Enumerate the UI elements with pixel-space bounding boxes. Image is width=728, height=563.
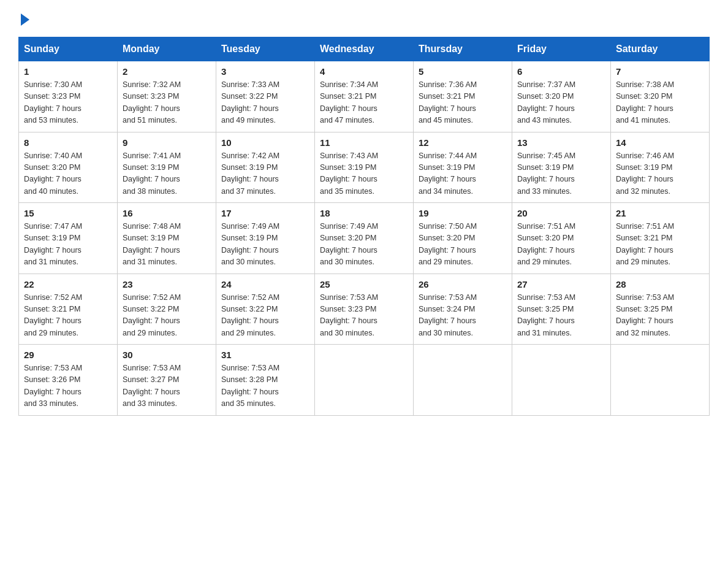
day-info: Sunrise: 7:53 AMSunset: 3:24 PMDaylight:… <box>419 292 507 340</box>
day-number: 10 <box>221 137 309 148</box>
day-number: 19 <box>419 208 507 218</box>
day-info: Sunrise: 7:38 AMSunset: 3:20 PMDaylight:… <box>616 79 704 127</box>
calendar-cell: 4 Sunrise: 7:34 AMSunset: 3:21 PMDayligh… <box>315 61 414 132</box>
logo-arrow-icon <box>21 13 29 26</box>
calendar-cell: 10 Sunrise: 7:42 AMSunset: 3:19 PMDaylig… <box>216 132 315 203</box>
calendar-cell: 14 Sunrise: 7:46 AMSunset: 3:19 PMDaylig… <box>611 132 710 203</box>
calendar-cell: 23 Sunrise: 7:52 AMSunset: 3:22 PMDaylig… <box>118 274 216 345</box>
calendar-cell: 6 Sunrise: 7:37 AMSunset: 3:20 PMDayligh… <box>512 61 611 132</box>
calendar-week-row: 1 Sunrise: 7:30 AMSunset: 3:23 PMDayligh… <box>19 61 710 132</box>
day-number: 13 <box>517 137 605 148</box>
day-info: Sunrise: 7:36 AMSunset: 3:21 PMDaylight:… <box>419 79 507 127</box>
day-number: 24 <box>221 279 309 289</box>
calendar-week-row: 29 Sunrise: 7:53 AMSunset: 3:26 PMDaylig… <box>19 345 710 416</box>
calendar-cell: 18 Sunrise: 7:49 AMSunset: 3:20 PMDaylig… <box>315 203 414 274</box>
logo <box>18 12 33 26</box>
calendar-cell: 30 Sunrise: 7:53 AMSunset: 3:27 PMDaylig… <box>118 345 216 416</box>
day-info: Sunrise: 7:47 AMSunset: 3:19 PMDaylight:… <box>24 221 112 269</box>
calendar-cell: 8 Sunrise: 7:40 AMSunset: 3:20 PMDayligh… <box>19 132 118 203</box>
day-info: Sunrise: 7:33 AMSunset: 3:22 PMDaylight:… <box>221 79 309 127</box>
calendar-cell <box>414 345 512 416</box>
calendar-cell: 7 Sunrise: 7:38 AMSunset: 3:20 PMDayligh… <box>611 61 710 132</box>
day-number: 5 <box>419 66 507 77</box>
day-number: 8 <box>24 137 112 148</box>
day-info: Sunrise: 7:32 AMSunset: 3:23 PMDaylight:… <box>123 79 211 127</box>
day-info: Sunrise: 7:30 AMSunset: 3:23 PMDaylight:… <box>24 79 112 127</box>
day-info: Sunrise: 7:53 AMSunset: 3:27 PMDaylight:… <box>123 362 211 410</box>
calendar-table: SundayMondayTuesdayWednesdayThursdayFrid… <box>18 37 710 416</box>
calendar-cell: 16 Sunrise: 7:48 AMSunset: 3:19 PMDaylig… <box>118 203 216 274</box>
day-info: Sunrise: 7:43 AMSunset: 3:19 PMDaylight:… <box>320 150 408 198</box>
calendar-cell <box>611 345 710 416</box>
calendar-cell: 13 Sunrise: 7:45 AMSunset: 3:19 PMDaylig… <box>512 132 611 203</box>
day-number: 20 <box>517 208 605 218</box>
day-info: Sunrise: 7:53 AMSunset: 3:28 PMDaylight:… <box>221 362 309 410</box>
day-number: 25 <box>320 279 408 289</box>
header-wednesday: Wednesday <box>315 37 414 61</box>
day-number: 11 <box>320 137 408 148</box>
calendar-cell: 12 Sunrise: 7:44 AMSunset: 3:19 PMDaylig… <box>414 132 512 203</box>
calendar-cell: 5 Sunrise: 7:36 AMSunset: 3:21 PMDayligh… <box>414 61 512 132</box>
day-number: 3 <box>221 66 309 77</box>
day-number: 31 <box>221 350 309 360</box>
day-info: Sunrise: 7:42 AMSunset: 3:19 PMDaylight:… <box>221 150 309 198</box>
day-info: Sunrise: 7:53 AMSunset: 3:25 PMDaylight:… <box>517 292 605 340</box>
day-info: Sunrise: 7:49 AMSunset: 3:20 PMDaylight:… <box>320 221 408 269</box>
day-number: 17 <box>221 208 309 218</box>
calendar-cell: 9 Sunrise: 7:41 AMSunset: 3:19 PMDayligh… <box>118 132 216 203</box>
day-number: 21 <box>616 208 704 218</box>
day-info: Sunrise: 7:37 AMSunset: 3:20 PMDaylight:… <box>517 79 605 127</box>
day-number: 15 <box>24 208 112 218</box>
calendar-cell: 31 Sunrise: 7:53 AMSunset: 3:28 PMDaylig… <box>216 345 315 416</box>
calendar-cell: 25 Sunrise: 7:53 AMSunset: 3:23 PMDaylig… <box>315 274 414 345</box>
day-info: Sunrise: 7:48 AMSunset: 3:19 PMDaylight:… <box>123 221 211 269</box>
calendar-cell: 27 Sunrise: 7:53 AMSunset: 3:25 PMDaylig… <box>512 274 611 345</box>
header-friday: Friday <box>512 37 611 61</box>
day-number: 4 <box>320 66 408 77</box>
calendar-cell: 29 Sunrise: 7:53 AMSunset: 3:26 PMDaylig… <box>19 345 118 416</box>
calendar-cell: 3 Sunrise: 7:33 AMSunset: 3:22 PMDayligh… <box>216 61 315 132</box>
calendar-cell: 21 Sunrise: 7:51 AMSunset: 3:21 PMDaylig… <box>611 203 710 274</box>
calendar-cell: 22 Sunrise: 7:52 AMSunset: 3:21 PMDaylig… <box>19 274 118 345</box>
day-info: Sunrise: 7:52 AMSunset: 3:22 PMDaylight:… <box>123 292 211 340</box>
day-number: 12 <box>419 137 507 148</box>
day-number: 14 <box>616 137 704 148</box>
calendar-cell: 17 Sunrise: 7:49 AMSunset: 3:19 PMDaylig… <box>216 203 315 274</box>
day-info: Sunrise: 7:34 AMSunset: 3:21 PMDaylight:… <box>320 79 408 127</box>
calendar-cell: 15 Sunrise: 7:47 AMSunset: 3:19 PMDaylig… <box>19 203 118 274</box>
header-thursday: Thursday <box>414 37 512 61</box>
calendar-cell: 1 Sunrise: 7:30 AMSunset: 3:23 PMDayligh… <box>19 61 118 132</box>
calendar-week-row: 8 Sunrise: 7:40 AMSunset: 3:20 PMDayligh… <box>19 132 710 203</box>
day-number: 22 <box>24 279 112 289</box>
day-info: Sunrise: 7:40 AMSunset: 3:20 PMDaylight:… <box>24 150 112 198</box>
header-monday: Monday <box>118 37 216 61</box>
calendar-cell: 19 Sunrise: 7:50 AMSunset: 3:20 PMDaylig… <box>414 203 512 274</box>
calendar-week-row: 22 Sunrise: 7:52 AMSunset: 3:21 PMDaylig… <box>19 274 710 345</box>
day-number: 27 <box>517 279 605 289</box>
day-number: 16 <box>123 208 211 218</box>
calendar-cell: 28 Sunrise: 7:53 AMSunset: 3:25 PMDaylig… <box>611 274 710 345</box>
header-saturday: Saturday <box>611 37 710 61</box>
day-number: 7 <box>616 66 704 77</box>
calendar-cell <box>512 345 611 416</box>
day-number: 30 <box>123 350 211 360</box>
day-number: 6 <box>517 66 605 77</box>
day-number: 1 <box>24 66 112 77</box>
calendar-cell <box>315 345 414 416</box>
header-sunday: Sunday <box>19 37 118 61</box>
day-info: Sunrise: 7:41 AMSunset: 3:19 PMDaylight:… <box>123 150 211 198</box>
calendar-cell: 26 Sunrise: 7:53 AMSunset: 3:24 PMDaylig… <box>414 274 512 345</box>
day-info: Sunrise: 7:51 AMSunset: 3:20 PMDaylight:… <box>517 221 605 269</box>
calendar-cell: 20 Sunrise: 7:51 AMSunset: 3:20 PMDaylig… <box>512 203 611 274</box>
day-info: Sunrise: 7:44 AMSunset: 3:19 PMDaylight:… <box>419 150 507 198</box>
day-number: 2 <box>123 66 211 77</box>
day-info: Sunrise: 7:53 AMSunset: 3:25 PMDaylight:… <box>616 292 704 340</box>
day-info: Sunrise: 7:49 AMSunset: 3:19 PMDaylight:… <box>221 221 309 269</box>
day-number: 28 <box>616 279 704 289</box>
day-info: Sunrise: 7:52 AMSunset: 3:22 PMDaylight:… <box>221 292 309 340</box>
day-info: Sunrise: 7:45 AMSunset: 3:19 PMDaylight:… <box>517 150 605 198</box>
day-info: Sunrise: 7:51 AMSunset: 3:21 PMDaylight:… <box>616 221 704 269</box>
day-info: Sunrise: 7:52 AMSunset: 3:21 PMDaylight:… <box>24 292 112 340</box>
calendar-cell: 24 Sunrise: 7:52 AMSunset: 3:22 PMDaylig… <box>216 274 315 345</box>
day-number: 29 <box>24 350 112 360</box>
